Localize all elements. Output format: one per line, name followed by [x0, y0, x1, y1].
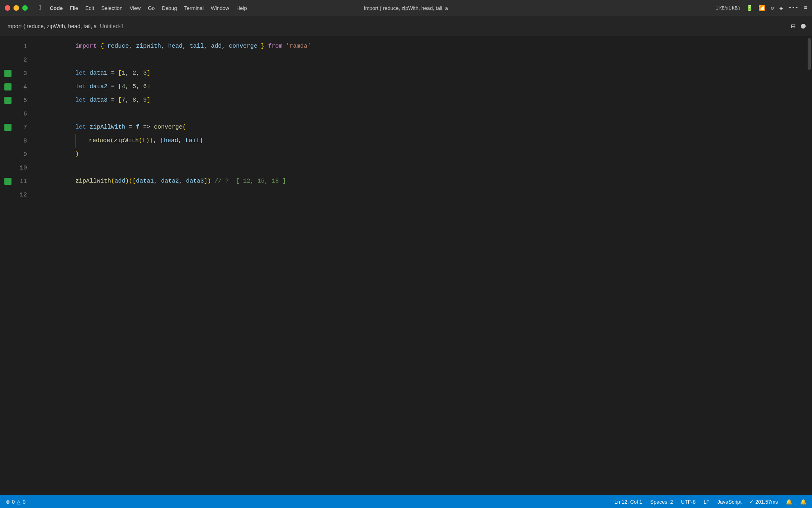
- tab-breadcrumb-text: import { reduce, zipWith, head, tail, a: [6, 23, 97, 29]
- status-timing: ✓ 201.57ms: [749, 499, 778, 505]
- code-lines: 1 import { reduce, zipWith, head, tail, …: [0, 37, 806, 205]
- battery-icon: 🔋: [746, 5, 753, 12]
- maximize-button[interactable]: [22, 5, 28, 11]
- table-row: 11 zipAllWith(add)([data1, data2, data3]…: [0, 175, 806, 188]
- menu-debug[interactable]: Debug: [162, 5, 177, 11]
- statusbar: ⊗ 0 △ 0 Ln 12, Col 1 Spaces: 2 UTF-8 LF …: [0, 495, 812, 508]
- tab-filename[interactable]: Untitled-1: [100, 23, 124, 29]
- table-row: 5 let data3 = [7, 8, 9]: [0, 94, 806, 107]
- menu-file[interactable]: File: [70, 5, 78, 11]
- breakpoint-11[interactable]: [4, 178, 11, 185]
- status-errors[interactable]: ⊗ 0 △ 0: [6, 499, 25, 505]
- table-row: 9 ): [0, 148, 806, 161]
- status-position[interactable]: Ln 12, Col 1: [615, 499, 642, 505]
- line-number-6: 6: [16, 111, 36, 117]
- more-icon: •••: [788, 5, 798, 11]
- table-row: 1 import { reduce, zipWith, head, tail, …: [0, 40, 806, 53]
- menu-window[interactable]: Window: [211, 5, 229, 11]
- menu-help[interactable]: Help: [236, 5, 247, 11]
- line-number-5: 5: [16, 97, 36, 104]
- spotlight-icon: ⊘: [771, 5, 774, 12]
- breakpoint-5[interactable]: [4, 97, 11, 104]
- line-number-1: 1: [16, 43, 36, 50]
- menu-terminal[interactable]: Terminal: [184, 5, 204, 11]
- code-area[interactable]: 1 import { reduce, zipWith, head, tail, …: [0, 37, 806, 495]
- line-number-3: 3: [16, 70, 36, 77]
- breakpoint-7[interactable]: [4, 124, 11, 131]
- line-number-2: 2: [16, 57, 36, 64]
- gutter-7: [0, 124, 16, 131]
- status-eol[interactable]: LF: [703, 499, 709, 505]
- gutter-4: [0, 83, 16, 90]
- dirty-indicator: [801, 24, 806, 29]
- warning-icon: △: [17, 499, 21, 505]
- menu-edit[interactable]: Edit: [85, 5, 94, 11]
- status-encoding[interactable]: UTF-8: [681, 499, 696, 505]
- wifi-icon: 📶: [758, 5, 765, 12]
- error-icon: ⊗: [6, 499, 10, 505]
- split-editor-icon[interactable]: ⊟: [791, 22, 795, 31]
- scrollbar-thumb[interactable]: [808, 38, 811, 70]
- editor-container: 1 import { reduce, zipWith, head, tail, …: [0, 37, 812, 495]
- list-icon: ≡: [804, 5, 807, 11]
- window-title: import { reduce, zipWith, head, tail, a: [364, 5, 448, 11]
- line-number-8: 8: [16, 138, 36, 144]
- menu-bar:  Code File Edit Selection View Go Debug…: [39, 4, 247, 12]
- menu-view[interactable]: View: [130, 5, 141, 11]
- breakpoint-4[interactable]: [4, 83, 11, 90]
- line-number-7: 7: [16, 124, 36, 131]
- line-number-4: 4: [16, 84, 36, 90]
- titlebar-left:  Code File Edit Selection View Go Debug…: [5, 4, 247, 12]
- line-number-11: 11: [16, 178, 36, 185]
- notification-icon[interactable]: 🔔: [800, 499, 806, 505]
- titlebar-right: 1 KB/s 1 KB/s 🔋 📶 ⊘ ◈ ••• ≡: [716, 5, 807, 12]
- line-number-10: 10: [16, 165, 36, 171]
- breakpoint-3[interactable]: [4, 70, 11, 77]
- status-right: Ln 12, Col 1 Spaces: 2 UTF-8 LF JavaScri…: [615, 499, 806, 505]
- traffic-lights: [5, 5, 28, 11]
- status-language[interactable]: JavaScript: [718, 499, 742, 505]
- titlebar:  Code File Edit Selection View Go Debug…: [0, 0, 812, 16]
- minimize-button[interactable]: [13, 5, 19, 11]
- gutter-3: [0, 70, 16, 77]
- warning-count: 0: [23, 499, 25, 505]
- feedback-icon[interactable]: 🔔: [786, 499, 792, 505]
- network-speed: 1 KB/s 1 KB/s: [716, 6, 741, 11]
- close-button[interactable]: [5, 5, 10, 11]
- status-spaces[interactable]: Spaces: 2: [650, 499, 673, 505]
- apple-icon: : [39, 4, 43, 12]
- gutter-5: [0, 97, 16, 104]
- menu-selection[interactable]: Selection: [101, 5, 122, 11]
- line-number-9: 9: [16, 151, 36, 158]
- gutter-11: [0, 178, 16, 185]
- scrollbar[interactable]: [806, 37, 812, 495]
- line-number-12: 12: [16, 192, 36, 198]
- siri-icon: ◈: [779, 5, 783, 12]
- tab-breadcrumb: import { reduce, zipWith, head, tail, a …: [6, 23, 124, 29]
- menu-go[interactable]: Go: [148, 5, 155, 11]
- menu-code[interactable]: Code: [50, 5, 63, 11]
- table-row: 12: [0, 188, 806, 202]
- error-count: 0: [12, 499, 15, 505]
- tabbar: import { reduce, zipWith, head, tail, a …: [0, 16, 812, 37]
- tabbar-right: ⊟: [791, 22, 806, 31]
